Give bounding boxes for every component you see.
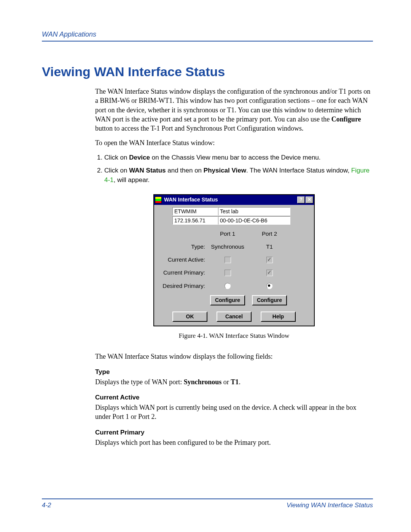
- port2-desired-radio[interactable]: [266, 283, 272, 289]
- type-label: Type:: [191, 243, 207, 251]
- current-active-heading: Current Active: [95, 393, 373, 402]
- type-desc: Displays the type of WAN port: Synchrono…: [95, 377, 373, 387]
- current-primary-heading: Current Primary: [95, 428, 373, 437]
- step2-e: . The WAN Interface Status window,: [246, 167, 351, 174]
- current-primary-desc: Displays which port has been configured …: [95, 438, 373, 447]
- step2-a: Click on: [104, 167, 129, 174]
- type-t1: T1: [231, 378, 239, 386]
- intro-text-a: The WAN Interface Status window displays…: [95, 88, 370, 123]
- device-name-field: ETWMIM: [172, 207, 218, 216]
- port1-type: Synchronous: [211, 243, 244, 251]
- port2-header: Port 2: [262, 230, 277, 238]
- current-primary-label: Current Primary:: [163, 269, 207, 276]
- port1-primary-checkbox: [225, 270, 231, 276]
- body-content: The WAN Interface Status window displays…: [95, 87, 373, 447]
- port2-primary-checkbox: [266, 270, 273, 276]
- window-titlebar[interactable]: WAN Interface Status ? ✕: [154, 195, 314, 205]
- header-rule: [42, 41, 373, 42]
- port1-active-checkbox: [225, 257, 231, 263]
- port-grid: Port 1 Port 2 Type: Synchronous T1 Curre…: [157, 230, 311, 305]
- help-dialog-button[interactable]: Help: [261, 312, 296, 322]
- footer-rule: [42, 498, 373, 499]
- page-title: Viewing WAN Interface Status: [42, 64, 373, 79]
- figure-wrap: WAN Interface Status ? ✕ ETWMIM Test lab…: [95, 194, 373, 326]
- type-desc-a: Displays the type of WAN port:: [95, 378, 184, 386]
- footer-section: Viewing WAN Interface Status: [287, 502, 373, 509]
- dialog-button-row: OK Cancel Help: [157, 312, 311, 322]
- running-header: WAN Applications: [42, 30, 373, 38]
- open-intro: To open the WAN Interface Status window:: [95, 138, 373, 147]
- port2-type: T1: [266, 243, 273, 251]
- type-desc-e: .: [239, 378, 241, 386]
- step-1: Click on Device on the Chassis View menu…: [104, 153, 373, 163]
- steps-list: Click on Device on the Chassis View menu…: [95, 153, 373, 185]
- info-row-2: 172.19.56.71 00-00-1D-0E-C6-B6: [157, 216, 311, 225]
- ip-field: 172.19.56.71: [172, 216, 218, 225]
- step-2: Click on WAN Status and then on Physical…: [104, 166, 373, 185]
- port1-header: Port 1: [220, 230, 235, 238]
- help-button[interactable]: ?: [297, 197, 305, 203]
- port2-active-checkbox: [266, 257, 273, 263]
- intro-paragraph: The WAN Interface Status window displays…: [95, 87, 373, 133]
- type-sync: Synchronous: [184, 378, 222, 386]
- info-row-1: ETWMIM Test lab: [157, 207, 311, 216]
- step2-g: , will appear.: [114, 176, 150, 184]
- wan-status-window: WAN Interface Status ? ✕ ETWMIM Test lab…: [153, 194, 315, 326]
- type-heading: Type: [95, 368, 373, 377]
- step2-c: and then on: [166, 167, 204, 174]
- page-number: 4-2: [42, 502, 51, 509]
- step1-device: Device: [129, 154, 150, 161]
- port1-desired-radio[interactable]: [225, 283, 231, 289]
- close-button[interactable]: ✕: [306, 197, 313, 203]
- current-active-label: Current Active:: [168, 256, 207, 264]
- step2-physview: Physical View: [204, 167, 246, 174]
- step1-a: Click on: [104, 154, 129, 161]
- page-footer: 4-2 Viewing WAN Interface Status: [42, 498, 373, 509]
- step2-wanstatus: WAN Status: [129, 167, 166, 174]
- desired-primary-label: Desired Primary:: [162, 282, 207, 290]
- configure-port2-button[interactable]: Configure: [252, 295, 287, 305]
- cancel-button[interactable]: Cancel: [217, 312, 252, 322]
- intro-text-c: button to access the T-1 Port and Synchr…: [95, 125, 303, 132]
- window-title: WAN Interface Status: [164, 196, 218, 203]
- configure-port1-button[interactable]: Configure: [210, 295, 245, 305]
- window-body: ETWMIM Test lab 172.19.56.71 00-00-1D-0E…: [154, 205, 314, 326]
- system-menu-icon[interactable]: [155, 197, 162, 203]
- mac-field: 00-00-1D-0E-C6-B6: [218, 216, 290, 225]
- current-active-desc: Displays which WAN port is currently bei…: [95, 403, 373, 422]
- ok-button[interactable]: OK: [172, 312, 207, 322]
- figure-caption: Figure 4-1. WAN Interface Status Window: [95, 332, 373, 340]
- type-desc-c: or: [221, 378, 231, 386]
- configure-word: Configure: [331, 115, 361, 123]
- location-field: Test lab: [218, 207, 290, 216]
- step1-c: on the Chassis View menu bar to access t…: [150, 154, 321, 161]
- fields-intro: The WAN Interface Status window displays…: [95, 352, 373, 361]
